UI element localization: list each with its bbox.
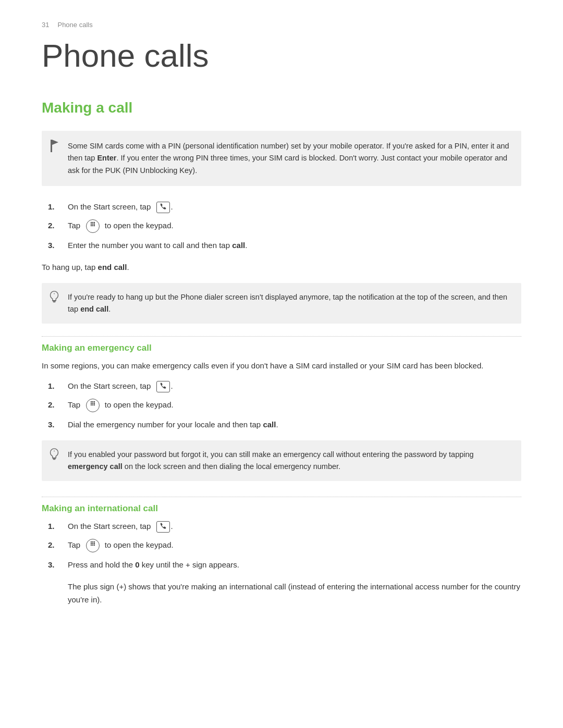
bold-end-call: end call <box>98 263 127 272</box>
pin-note-box: Some SIM cards come with a PIN (personal… <box>42 131 521 186</box>
svg-point-3 <box>92 222 93 223</box>
phone-icon-3 <box>156 521 170 533</box>
step-item: 2. Tap to open the keypad. <box>63 219 521 233</box>
page-number: 31 <box>42 21 49 29</box>
page-category: Phone calls <box>57 21 92 29</box>
bold-end-call2: end call <box>80 305 108 313</box>
svg-rect-0 <box>51 140 52 152</box>
international-steps: 1. On the Start screen, tap . 2. Tap <box>42 520 521 571</box>
section-making-a-call: Making a call Some SIM cards come with a… <box>42 100 521 607</box>
svg-point-34 <box>93 545 94 546</box>
section-title-making-a-call: Making a call <box>42 100 521 116</box>
svg-point-15 <box>92 401 93 402</box>
making-call-steps: 1. On the Start screen, tap . 2. Tap <box>42 201 521 252</box>
svg-rect-23 <box>53 458 56 459</box>
page-breadcrumb: 31 Phone calls <box>42 21 521 29</box>
international-note-after-step3: The plus sign (+) shows that you're maki… <box>42 581 521 607</box>
svg-point-22 <box>93 404 94 405</box>
svg-point-6 <box>92 224 93 225</box>
bold-emergency-call: emergency call <box>68 462 123 471</box>
lightbulb-icon <box>48 290 60 310</box>
phone-icon <box>156 202 170 213</box>
bold-enter: Enter <box>97 154 116 162</box>
hang-up-paragraph: To hang up, tap end call. <box>42 261 521 274</box>
phone-icon-2 <box>156 381 170 392</box>
svg-point-8 <box>90 225 91 226</box>
subsection-title-emergency: Making an emergency call <box>42 336 521 353</box>
svg-point-17 <box>90 403 91 404</box>
svg-point-20 <box>90 404 91 405</box>
step-item: 3. Press and hold the 0 key until the + … <box>63 559 521 571</box>
svg-point-21 <box>92 404 93 405</box>
step-item: 1. On the Start screen, tap . <box>63 201 521 213</box>
emergency-steps: 1. On the Start screen, tap . 2. Tap <box>42 380 521 431</box>
svg-point-14 <box>90 401 91 402</box>
step-item: 1. On the Start screen, tap . <box>63 380 521 392</box>
step-item: 3. Enter the number you want to call and… <box>63 239 521 252</box>
bold-call: call <box>232 241 245 250</box>
keypad-icon-2 <box>86 399 100 412</box>
keypad-icon-3 <box>86 539 100 552</box>
tip-text-hangup: If you're ready to hang up but the Phone… <box>68 293 507 313</box>
keypad-icon <box>86 219 100 233</box>
page-title: Phone calls <box>42 38 521 73</box>
svg-point-33 <box>92 545 93 546</box>
svg-point-29 <box>90 543 91 544</box>
svg-marker-1 <box>52 140 58 145</box>
svg-point-28 <box>93 541 94 542</box>
svg-point-32 <box>90 545 91 546</box>
step-item: 3. Dial the emergency number for your lo… <box>63 418 521 431</box>
subsection-international: Making an international call 1. On the S… <box>42 497 521 607</box>
bold-call2: call <box>263 420 276 429</box>
step-item: 2. Tap to open the keypad <box>63 539 521 552</box>
svg-point-7 <box>93 224 94 225</box>
svg-point-5 <box>90 224 91 225</box>
emergency-intro: In some regions, you can make emergency … <box>42 360 521 373</box>
bold-zero-key: 0 <box>135 560 139 569</box>
svg-point-26 <box>90 541 91 542</box>
svg-point-10 <box>93 225 94 226</box>
step-item: 2. Tap to open the keypad <box>63 399 521 412</box>
svg-point-2 <box>90 222 91 223</box>
svg-rect-11 <box>53 300 56 301</box>
subsection-title-international: Making an international call <box>42 497 521 514</box>
tip-text-emergency: If you enabled your password but forgot … <box>68 450 474 471</box>
svg-point-9 <box>92 225 93 226</box>
svg-point-16 <box>93 401 94 402</box>
tip-box-hangup: If you're ready to hang up but the Phone… <box>42 283 521 324</box>
svg-rect-24 <box>53 459 56 460</box>
lightbulb-icon-2 <box>48 448 60 467</box>
pin-note-text: Some SIM cards come with a PIN (personal… <box>68 142 509 174</box>
svg-rect-12 <box>53 301 56 302</box>
subsection-emergency: Making an emergency call In some regions… <box>42 336 521 481</box>
svg-point-31 <box>93 543 94 544</box>
svg-point-18 <box>92 403 93 404</box>
flag-icon <box>49 139 59 157</box>
tip-box-emergency: If you enabled your password but forgot … <box>42 440 521 481</box>
step-item: 1. On the Start screen, tap . <box>63 520 521 533</box>
svg-point-27 <box>92 541 93 542</box>
svg-point-19 <box>93 403 94 404</box>
svg-point-4 <box>93 222 94 223</box>
svg-point-30 <box>92 543 93 544</box>
